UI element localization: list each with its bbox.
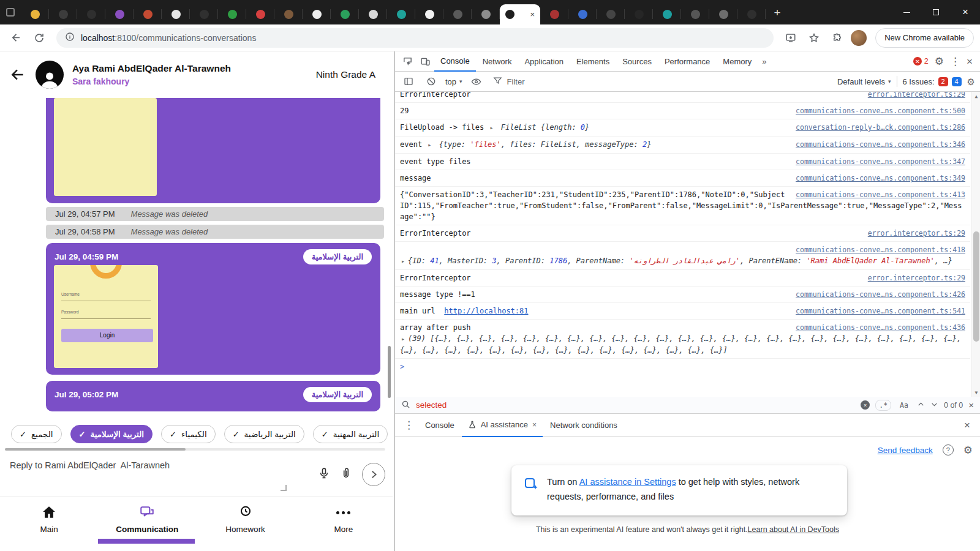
- mic-icon[interactable]: [318, 467, 330, 482]
- chrome-update-pill[interactable]: New Chrome available: [875, 28, 974, 48]
- filter-input[interactable]: [507, 77, 832, 86]
- console-settings-icon[interactable]: ⚙: [967, 77, 975, 86]
- regex-toggle[interactable]: .*: [875, 400, 891, 411]
- bookmark-star-icon[interactable]: [804, 28, 824, 48]
- match-case-toggle[interactable]: Aa: [897, 400, 911, 410]
- browser-tab[interactable]: [246, 4, 274, 24]
- next-match-icon[interactable]: [930, 400, 938, 410]
- source-link[interactable]: communications-conve…ns.component.ts:500: [796, 105, 965, 116]
- close-window-button[interactable]: ×: [951, 0, 980, 24]
- find-input[interactable]: [416, 400, 855, 410]
- expand-triangle-icon[interactable]: ▸: [401, 258, 405, 264]
- learn-about-ai-link[interactable]: Learn about AI in DevTools: [748, 525, 839, 534]
- browser-tab[interactable]: [415, 4, 443, 24]
- ai-settings-link[interactable]: AI assistance in Settings: [579, 477, 676, 487]
- nav-more[interactable]: More: [295, 497, 393, 550]
- clear-console-icon[interactable]: [423, 73, 440, 90]
- source-link[interactable]: error.interceptor.ts:29: [868, 272, 965, 283]
- chip-vocational-education[interactable]: ✓ التربية المهنية: [313, 425, 388, 443]
- expand-triangle-icon[interactable]: ▸: [490, 124, 494, 131]
- send-feedback-link[interactable]: Send feedback: [878, 446, 933, 455]
- tab-performance[interactable]: Performance: [658, 51, 716, 72]
- device-toolbar-icon[interactable]: [417, 53, 434, 70]
- logged-url-link[interactable]: http://localhost:81: [444, 307, 528, 315]
- tab-memory[interactable]: Memory: [717, 51, 758, 72]
- source-link[interactable]: communications-conve…ns.component.ts:541: [796, 305, 965, 317]
- profile-avatar[interactable]: [851, 30, 867, 46]
- browser-tab[interactable]: [568, 4, 597, 24]
- console-sidebar-icon[interactable]: [400, 73, 417, 90]
- browser-tab[interactable]: [737, 4, 766, 24]
- source-link[interactable]: communications-conve…ns.component.ts:436: [796, 322, 965, 333]
- site-info-icon[interactable]: [65, 32, 75, 44]
- nav-homework[interactable]: Homework: [197, 497, 295, 550]
- tab-elements[interactable]: Elements: [570, 51, 616, 72]
- browser-tab[interactable]: [443, 4, 472, 24]
- browser-tab[interactable]: [303, 4, 331, 24]
- back-icon[interactable]: [6, 28, 26, 48]
- message-bubble[interactable]: Jul 29, 05:02 PM التربية الإسلامية: [46, 381, 380, 411]
- more-tabs-icon[interactable]: »: [758, 57, 770, 66]
- live-expression-eye-icon[interactable]: [468, 73, 485, 90]
- tab-search-icon[interactable]: [0, 0, 21, 24]
- browser-tab[interactable]: [681, 4, 709, 24]
- source-link[interactable]: communications-conve…ns.component.ts:347: [796, 156, 965, 167]
- drawer-tab-console[interactable]: Console: [419, 414, 461, 437]
- message-list[interactable]: Jul 29, 04:57 PM Message was deleted Jul…: [0, 98, 393, 422]
- browser-tab[interactable]: [331, 4, 359, 24]
- source-link[interactable]: communications-conve…ns.component.ts:426: [796, 289, 965, 300]
- browser-tab[interactable]: [162, 4, 190, 24]
- browser-tab[interactable]: [218, 4, 246, 24]
- context-selector[interactable]: top ▾: [445, 77, 462, 86]
- reply-input[interactable]: [4, 454, 309, 491]
- browser-tab[interactable]: [540, 4, 568, 24]
- address-bar[interactable]: localhost:8100/communications-conversati…: [56, 28, 774, 48]
- browser-tab[interactable]: [653, 4, 681, 24]
- ai-settings-gear-icon[interactable]: ⚙: [963, 445, 973, 455]
- clear-search-icon[interactable]: ×: [861, 400, 870, 410]
- message-image-login[interactable]: Username Password Login: [54, 265, 158, 368]
- devtools-menu-icon[interactable]: ⋮: [950, 56, 960, 67]
- previous-match-icon[interactable]: [917, 400, 925, 410]
- attachment-icon[interactable]: [340, 467, 352, 482]
- chip-physical-education[interactable]: ✓ التربية الرياضية: [224, 425, 304, 443]
- log-levels-selector[interactable]: Default levels ▾: [837, 77, 891, 86]
- expand-triangle-icon[interactable]: ▸: [401, 335, 405, 342]
- browser-tab[interactable]: [387, 4, 415, 24]
- tab-sources[interactable]: Sources: [616, 51, 658, 72]
- browser-tab[interactable]: [49, 4, 77, 24]
- message-bubble[interactable]: [46, 98, 380, 203]
- inspect-element-icon[interactable]: [399, 53, 416, 70]
- tab-network[interactable]: Network: [477, 51, 518, 72]
- source-link[interactable]: communications-conve…ns.component.ts:346: [796, 139, 965, 150]
- help-icon[interactable]: ?: [943, 444, 954, 455]
- browser-tab[interactable]: [274, 4, 303, 24]
- resize-grip[interactable]: [281, 485, 287, 491]
- back-arrow-icon[interactable]: [9, 66, 27, 84]
- browser-tab[interactable]: [472, 4, 500, 24]
- message-image[interactable]: [54, 98, 157, 196]
- tab-application[interactable]: Application: [518, 51, 570, 72]
- browser-tab[interactable]: [709, 4, 737, 24]
- teacher-name[interactable]: Sara fakhoury: [72, 77, 231, 86]
- new-tab-button[interactable]: +: [768, 4, 786, 22]
- browser-tab[interactable]: [597, 4, 625, 24]
- chips-scrollbar[interactable]: [5, 446, 388, 452]
- message-bubble[interactable]: Jul 29, 04:59 PM التربية الإسلامية Usern…: [46, 243, 380, 375]
- nav-main[interactable]: Main: [0, 497, 98, 550]
- browser-tab[interactable]: [625, 4, 653, 24]
- close-ai-tab-icon[interactable]: ×: [532, 421, 537, 429]
- browser-tab[interactable]: [190, 4, 218, 24]
- drawer-tab-network-conditions[interactable]: Network conditions: [544, 414, 624, 437]
- devtools-close-icon[interactable]: ×: [967, 56, 973, 67]
- maximize-button[interactable]: [921, 0, 951, 24]
- console-log[interactable]: error.interceptor.ts:29 ErrorInterceptor…: [395, 92, 980, 397]
- chip-islamic-education[interactable]: ✓ التربية الإسلامية: [70, 425, 153, 443]
- send-button[interactable]: [362, 463, 385, 486]
- console-prompt[interactable]: >: [395, 359, 970, 375]
- browser-tab[interactable]: [134, 4, 162, 24]
- browser-tab[interactable]: [21, 4, 49, 24]
- source-link[interactable]: communications-conve…ns.component.ts:413: [796, 189, 965, 200]
- close-find-icon[interactable]: ×: [968, 400, 974, 410]
- devtools-settings-icon[interactable]: ⚙: [935, 56, 944, 67]
